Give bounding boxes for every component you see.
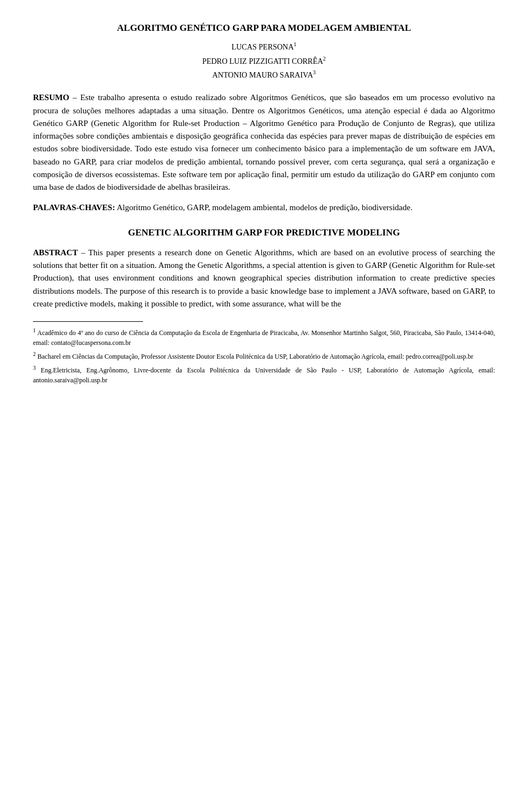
title-section: ALGORITMO GENÉTICO GARP PARA MODELAGEM A… <box>33 22 495 81</box>
keywords-label: PALAVRAS-CHAVES: <box>33 203 115 212</box>
resumo-text: – Este trabalho apresenta o estudo reali… <box>33 93 495 191</box>
footnote-2: 2 Bacharel em Ciências da Computação, Pr… <box>33 350 495 361</box>
abstract-text: – This paper presents a research done on… <box>33 248 495 308</box>
footnote-3-text: Eng.Eletricista, Eng.Agrônomo, Livre-doc… <box>33 366 495 384</box>
resumo-label: RESUMO <box>33 93 69 102</box>
keywords-text: Algoritmo Genético, GARP, modelagem ambi… <box>115 203 413 212</box>
main-title: ALGORITMO GENÉTICO GARP PARA MODELAGEM A… <box>33 22 495 34</box>
abstract-paragraph: ABSTRACT – This paper presents a researc… <box>33 246 495 310</box>
footnote-1-sup: 1 <box>33 327 36 333</box>
footnote-3-sup: 3 <box>33 365 36 371</box>
english-title: GENETIC ALGORITHM GARP FOR PREDICTIVE MO… <box>33 227 495 239</box>
author-2-sup: 2 <box>323 56 326 62</box>
footnotes-section: 1 Acadêmico do 4º ano do curso de Ciênci… <box>33 326 495 385</box>
abstract-label: ABSTRACT <box>33 248 78 257</box>
author-1-sup: 1 <box>294 41 296 47</box>
author-1: LUCAS PERSONA1 <box>33 40 495 53</box>
author-3-name: ANTONIO MAURO SARAIVA <box>212 71 313 79</box>
keywords-paragraph: PALAVRAS-CHAVES: Algoritmo Genético, GAR… <box>33 201 495 214</box>
footnote-2-text: Bacharel em Ciências da Computação, Prof… <box>37 353 474 360</box>
author-1-name: LUCAS PERSONA <box>232 43 294 51</box>
authors: LUCAS PERSONA1 PEDRO LUIZ PIZZIGATTI COR… <box>33 40 495 81</box>
author-2: PEDRO LUIZ PIZZIGATTI CORRÊA2 <box>33 54 495 68</box>
author-3-sup: 3 <box>313 69 316 75</box>
footnote-1: 1 Acadêmico do 4º ano do curso de Ciênci… <box>33 326 495 348</box>
resumo-paragraph: RESUMO – Este trabalho apresenta o estud… <box>33 91 495 194</box>
footnote-1-text: Acadêmico do 4º ano do curso de Ciência … <box>33 329 495 347</box>
page: ALGORITMO GENÉTICO GARP PARA MODELAGEM A… <box>0 0 528 812</box>
author-2-name: PEDRO LUIZ PIZZIGATTI CORRÊA <box>202 57 323 65</box>
footnote-divider <box>33 321 143 322</box>
author-3: ANTONIO MAURO SARAIVA3 <box>33 68 495 81</box>
footnote-2-sup: 2 <box>33 351 36 357</box>
footnote-3: 3 Eng.Eletricista, Eng.Agrônomo, Livre-d… <box>33 364 495 385</box>
